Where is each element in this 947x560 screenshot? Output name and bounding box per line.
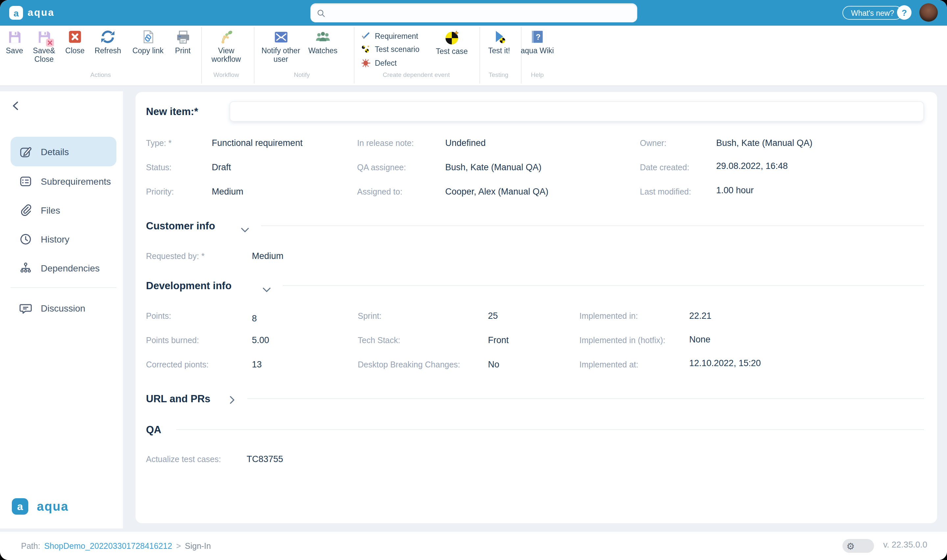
field-value-status[interactable]: Draft (212, 162, 231, 173)
section-title-development-info[interactable]: Development info (146, 279, 231, 292)
aqua-wiki-label: aqua Wiki (521, 47, 554, 55)
field-value-points[interactable]: 8 (252, 314, 257, 324)
field-value-corrected-points[interactable]: 13 (252, 360, 262, 370)
app-window: a aqua What's new? ? Save Save& Close (0, 0, 947, 560)
svg-text:?: ? (536, 32, 540, 42)
ribbon-group-caption-workflow: Workflow (193, 71, 259, 78)
path-separator: > (176, 541, 181, 551)
paperclip-icon (19, 203, 32, 217)
sidebar-item-history[interactable]: History (11, 224, 116, 254)
field-value-points-burned[interactable]: 5.00 (252, 335, 269, 346)
view-workflow-icon (218, 28, 234, 45)
print-icon (175, 28, 190, 45)
print-label: Print (175, 47, 190, 55)
field-label-implemented-in: Implemented in: (579, 312, 638, 322)
create-test-scenario-label: Test scenario (375, 45, 420, 54)
section-divider (261, 225, 924, 226)
create-requirement-button[interactable]: Requirement (361, 31, 418, 42)
field-value-implemented-hotfix[interactable]: None (689, 335, 711, 345)
chevron-down-icon[interactable] (262, 283, 271, 295)
user-avatar[interactable] (919, 3, 938, 22)
sidebar-aqua-wordmark: aqua (37, 500, 69, 514)
field-value-requested-by[interactable]: Medium (252, 251, 283, 262)
sidebar-collapse-button[interactable] (11, 100, 22, 112)
watches-label: Watches (308, 47, 338, 55)
save-close-button[interactable]: Save& Close (29, 28, 59, 64)
create-requirement-label: Requirement (375, 32, 418, 40)
search-input[interactable] (330, 3, 637, 22)
field-label-assigned-to: Assigned to: (357, 187, 402, 197)
edit-icon (19, 145, 32, 158)
path-current-item: Sign-In (185, 541, 211, 551)
sidebar-divider (11, 287, 116, 288)
field-label-qa-assignee: QA assignee: (357, 163, 406, 173)
notify-other-user-button[interactable]: Notify other user (260, 28, 302, 64)
close-label: Close (65, 47, 85, 55)
field-label-points: Points: (146, 312, 171, 322)
sidebar-item-discussion[interactable]: Discussion (11, 293, 116, 323)
field-value-implemented-at[interactable]: 12.10.2022, 15:20 (689, 358, 761, 369)
field-label-type: Type: * (146, 139, 172, 149)
save-icon (7, 28, 22, 45)
aqua-logo-icon[interactable]: a (9, 6, 23, 20)
sidebar-aqua-logo-icon: a (12, 498, 28, 515)
create-defect-button[interactable]: Defect (361, 58, 397, 68)
sidebar-item-discussion-label: Discussion (41, 303, 85, 313)
field-value-tech-stack[interactable]: Front (488, 335, 509, 346)
close-icon (68, 28, 82, 45)
whats-new-label: What's new? (851, 9, 894, 17)
field-value-in-release-note[interactable]: Undefined (445, 138, 486, 149)
sidebar-item-files-label: Files (41, 205, 60, 215)
field-value-priority[interactable]: Medium (212, 187, 243, 197)
view-workflow-button[interactable]: View workflow (206, 28, 246, 64)
create-test-scenario-button[interactable]: Test scenario (361, 44, 420, 55)
field-value-owner[interactable]: Bush, Kate (Manual QA) (716, 138, 813, 149)
watches-button[interactable]: Watches (303, 28, 343, 55)
field-label-implemented-at: Implemented at: (579, 360, 638, 370)
field-label-in-release-note: In release note: (357, 139, 414, 149)
sidebar-item-dependencies[interactable]: Dependencies (11, 253, 116, 283)
item-title-input[interactable] (229, 101, 924, 122)
dependencies-tree-icon (19, 261, 32, 274)
save-button[interactable]: Save (0, 28, 29, 55)
save-close-label: Save& Close (29, 47, 59, 64)
help-button[interactable]: ? (897, 5, 912, 20)
field-value-desktop-breaking[interactable]: No (488, 360, 499, 370)
section-title-url-and-prs[interactable]: URL and PRs (146, 392, 211, 405)
sidebar-item-details[interactable]: Details (11, 137, 116, 166)
brand-wordmark: aqua (28, 6, 55, 18)
chevron-down-icon[interactable] (241, 223, 249, 235)
test-it-button[interactable]: Test it! (482, 28, 516, 55)
field-value-qa-assignee[interactable]: Bush, Kate (Manual QA) (445, 162, 542, 173)
whats-new-button[interactable]: What's new? (842, 6, 902, 20)
refresh-button[interactable]: Refresh (89, 28, 126, 55)
ribbon-separator (354, 27, 354, 83)
details-panel: New item:* Type: * Functional requiremen… (136, 92, 937, 523)
field-label-date-created: Date created: (640, 163, 689, 173)
print-button[interactable]: Print (166, 28, 200, 55)
aqua-wiki-button[interactable]: ? aqua Wiki (519, 28, 556, 55)
field-value-assigned-to[interactable]: Cooper, Alex (Manual QA) (445, 187, 548, 197)
breadcrumb: Path: ShopDemo_202203301728416212 > Sign… (21, 532, 211, 560)
path-project-link[interactable]: ShopDemo_202203301728416212 (44, 541, 172, 551)
create-test-case-button[interactable]: Test case (431, 29, 472, 56)
test-scenario-icon (361, 45, 370, 54)
field-label-last-modified: Last modified: (640, 187, 691, 197)
sidebar-item-subrequirements[interactable]: Subrequirements (11, 166, 116, 196)
section-title-customer-info[interactable]: Customer info (146, 220, 215, 232)
chevron-right-icon[interactable] (229, 395, 235, 407)
global-search[interactable] (310, 3, 637, 22)
field-value-implemented-in[interactable]: 22.21 (689, 311, 711, 322)
field-value-type[interactable]: Functional requirement (212, 138, 302, 149)
copy-link-button[interactable]: Copy link (128, 28, 168, 55)
sidebar-item-files[interactable]: Files (11, 195, 116, 225)
close-button[interactable]: Close (60, 28, 89, 55)
ribbon-group-caption-actions: Actions (68, 71, 134, 78)
field-value-actualize-test-cases[interactable]: TC83755 (246, 454, 283, 465)
discussion-bubble-icon (19, 302, 32, 314)
save-close-icon (37, 28, 52, 45)
settings-toggle[interactable]: ⚙ (842, 539, 874, 553)
view-workflow-label: View workflow (206, 47, 246, 64)
field-value-sprint[interactable]: 25 (488, 311, 498, 322)
ribbon-group-caption-dependent: Create dependent event (367, 71, 466, 78)
